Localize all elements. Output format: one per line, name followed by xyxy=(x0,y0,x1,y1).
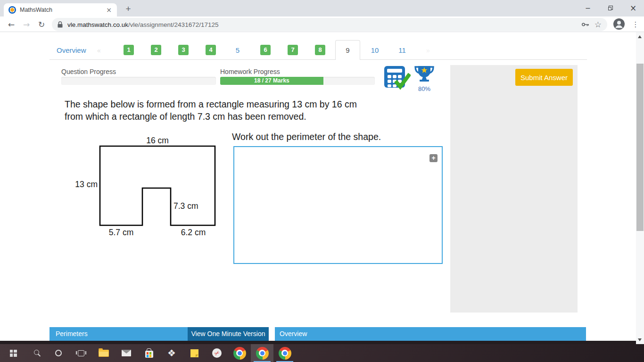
folder-icon xyxy=(99,350,109,357)
task-view-button[interactable] xyxy=(70,344,92,362)
sticky-notes-button[interactable] xyxy=(183,344,206,362)
profile-avatar-icon[interactable] xyxy=(613,18,625,30)
browser-tab[interactable]: MathsWatch × xyxy=(4,3,117,16)
dim-left: 13 cm xyxy=(75,180,98,189)
question-tab-8[interactable]: 8 xyxy=(315,45,325,55)
chrome-icon xyxy=(279,347,291,360)
calculator-allowed-icon xyxy=(383,65,411,90)
window-minimize-button[interactable]: – xyxy=(577,0,599,16)
chrome-button-2-active[interactable] xyxy=(251,344,273,362)
search-icon xyxy=(34,350,39,355)
back-button[interactable]: ← xyxy=(5,18,18,31)
browser-tab-title: MathsWatch xyxy=(20,7,105,13)
question-text-line2: from which a rectangle of length 7.3 cm … xyxy=(65,111,418,123)
windows-taskbar: ❖ ✂ 15:49 03/11/2019 1 xyxy=(0,344,644,362)
restore-icon xyxy=(608,6,613,10)
mail-button[interactable] xyxy=(115,344,138,362)
taskbar-cortana[interactable] xyxy=(47,344,70,362)
question-tab-4[interactable]: 4 xyxy=(206,45,216,55)
start-button[interactable] xyxy=(2,344,25,362)
mathswatch-favicon xyxy=(8,6,16,14)
answer-input-area[interactable]: + xyxy=(233,146,443,264)
next-page-arrow[interactable]: » xyxy=(426,47,430,54)
homework-progress-label: Homework Progress xyxy=(220,68,280,75)
homework-progress-bar: 18 / 27 Marks xyxy=(220,77,375,85)
tab-close-icon[interactable]: × xyxy=(105,6,113,14)
reload-button[interactable]: ↻ xyxy=(35,18,48,31)
dim-notch-right: 7.3 cm xyxy=(173,201,198,211)
score-percent: 80% xyxy=(413,85,436,92)
question-text-line1: The shape below is formed from a rectang… xyxy=(65,99,418,111)
one-minute-version-button[interactable]: View One Minute Version xyxy=(188,327,269,341)
prev-page-arrow[interactable]: « xyxy=(97,47,101,54)
question-tab-2[interactable]: 2 xyxy=(151,45,161,55)
url-text: vle.mathswatch.co.uk/vle/assignment/2431… xyxy=(67,21,577,28)
dropbox-icon: ❖ xyxy=(167,348,176,358)
task-view-icon xyxy=(78,350,84,356)
window-bottom-edge xyxy=(0,341,644,344)
question-tab-6[interactable]: 6 xyxy=(260,45,271,55)
scrollbar-thumb[interactable] xyxy=(636,64,644,231)
chrome-button-3[interactable] xyxy=(273,344,296,362)
question-progress-bar xyxy=(61,77,216,85)
question-tab-3[interactable]: 3 xyxy=(178,45,189,55)
question-tab-7[interactable]: 7 xyxy=(288,45,298,55)
dim-bottom-left: 5.7 cm xyxy=(109,228,134,237)
question-tab-9-active[interactable]: 9 xyxy=(335,40,360,60)
page-scrollbar[interactable] xyxy=(636,32,644,344)
answer-side-panel: Submit Answer xyxy=(450,65,578,313)
url-domain: vle.mathswatch.co.uk xyxy=(67,21,128,28)
shape-diagram: 16 cm 13 cm 7.3 cm 5.7 cm 6.2 cm xyxy=(71,133,226,239)
chrome-icon xyxy=(233,347,246,360)
padlock-icon xyxy=(58,21,63,28)
chrome-button-1[interactable] xyxy=(228,344,251,362)
new-tab-button[interactable]: + xyxy=(122,2,135,16)
question-tab-1[interactable]: 1 xyxy=(124,45,134,55)
question-tab-10[interactable]: 10 xyxy=(371,46,379,54)
window-close-button[interactable]: × xyxy=(622,0,644,16)
windows-logo-icon xyxy=(10,350,17,357)
question-text: The shape below is formed from a rectang… xyxy=(65,99,418,123)
mail-icon xyxy=(122,350,131,356)
window-restore-button[interactable] xyxy=(600,0,621,16)
score-trophy: 80% xyxy=(413,65,436,92)
store-bag-icon xyxy=(145,351,153,358)
assignment-page: Overview « 1 2 3 4 5 6 7 8 9 10 11 » Que… xyxy=(0,32,644,344)
overview-bar[interactable]: Overview xyxy=(275,327,586,341)
taskbar-search[interactable] xyxy=(25,344,47,362)
question-progress-label: Question Progress xyxy=(61,68,116,75)
url-path: /vle/assignment/2431672/17125 xyxy=(128,21,218,28)
nav-overview-link[interactable]: Overview xyxy=(57,46,86,54)
file-explorer-button[interactable] xyxy=(92,344,115,362)
cortana-icon xyxy=(55,350,62,356)
tab-row-divider xyxy=(50,59,587,60)
question-tab-11[interactable]: 11 xyxy=(398,46,406,54)
chrome-icon xyxy=(256,347,269,360)
scroll-down-arrow[interactable] xyxy=(638,338,642,341)
dropbox-button[interactable]: ❖ xyxy=(160,344,183,362)
browser-toolbar: ← → ↻ vle.mathswatch.co.uk/vle/assignmen… xyxy=(0,16,644,32)
scissors-icon: ✂ xyxy=(212,348,222,358)
password-key-icon[interactable] xyxy=(581,21,590,28)
question-tab-5[interactable]: 5 xyxy=(236,46,239,54)
shape-outline xyxy=(100,146,215,225)
dim-bottom-right: 6.2 cm xyxy=(181,228,206,237)
snipping-tool-button[interactable]: ✂ xyxy=(206,344,228,362)
add-line-button[interactable]: + xyxy=(429,154,438,162)
scroll-up-arrow[interactable] xyxy=(638,35,642,38)
browser-tabstrip: MathsWatch × + – × xyxy=(0,0,644,16)
browser-menu-icon[interactable]: ⋮ xyxy=(630,18,641,31)
submit-answer-button[interactable]: Submit Answer xyxy=(515,69,573,86)
trophy-icon xyxy=(414,65,435,83)
sticky-note-icon xyxy=(190,349,198,357)
address-bar[interactable]: vle.mathswatch.co.uk/vle/assignment/2431… xyxy=(52,18,607,31)
microsoft-store-button[interactable] xyxy=(138,344,160,362)
homework-progress-fill: 18 / 27 Marks xyxy=(220,77,323,85)
forward-button: → xyxy=(20,18,33,31)
bookmark-star-icon[interactable]: ☆ xyxy=(594,20,602,29)
dim-top: 16 cm xyxy=(146,136,169,145)
question-prompt: Work out the perimeter of the shape. xyxy=(232,132,381,142)
